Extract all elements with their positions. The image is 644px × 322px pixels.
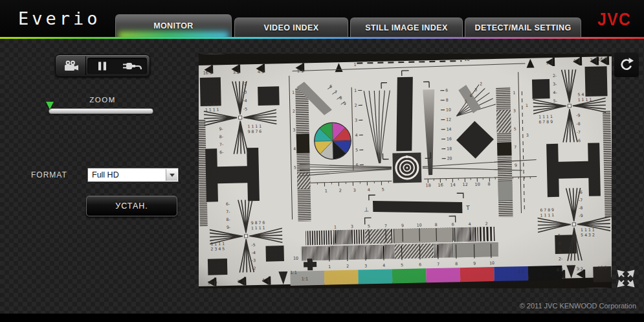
zoom-label: ZOOM [55,96,150,104]
video-camera-icon [63,60,80,73]
dropdown-arrow-button[interactable] [166,169,177,181]
tab-label: DETECT/MAIL SETTING [474,23,571,32]
pause-button[interactable] [90,58,115,74]
tab-video-index[interactable]: VIDEO INDEX [234,17,348,37]
power-button[interactable] [120,58,144,74]
bottom-bar [0,314,644,322]
format-selected-value: Full HD [92,170,119,179]
zoom-slider-track[interactable] [49,108,153,114]
tab-label: STILL IMAGE INDEX [365,23,447,32]
jvc-logo: JVC [597,9,631,29]
camera-control-bar [55,54,150,77]
main-area: ZOOM FORMAT Full HD УСТАН. [0,39,644,314]
fullscreen-button[interactable] [616,268,636,289]
everio-logo: Everio [18,8,101,29]
test-chart-image: 16:93:24:31:11101:14:33:216:916:93:24:31… [199,54,612,288]
set-button[interactable]: УСТАН. [86,196,177,216]
header: Everio MONITOR VIDEO INDEX STILL IMAGE I… [0,0,644,37]
record-button[interactable] [57,56,86,75]
chevron-down-icon [170,174,175,177]
refresh-button[interactable] [614,52,639,77]
copyright-text: © 2011 JVC KENWOOD Corporation [520,302,636,310]
control-subpanel [87,58,147,74]
rainbow-divider [0,37,644,39]
tab-detect-mail-setting[interactable]: DETECT/MAIL SETTING [465,17,581,37]
pause-icon [96,61,108,71]
tab-label: MONITOR [153,21,194,30]
refresh-icon [617,55,636,75]
tab-still-image-index[interactable]: STILL IMAGE INDEX [350,17,463,37]
plug-icon [122,61,142,71]
format-label: FORMAT [31,170,67,179]
format-dropdown[interactable]: Full HD [87,168,179,182]
expand-arrows-icon [616,268,636,289]
zoom-slider-thumb[interactable] [46,102,54,109]
tab-label: VIDEO INDEX [264,23,319,32]
tab-monitor[interactable]: MONITOR [115,14,232,37]
video-monitor: 16:93:24:31:11101:14:33:216:916:93:24:31… [199,54,612,288]
